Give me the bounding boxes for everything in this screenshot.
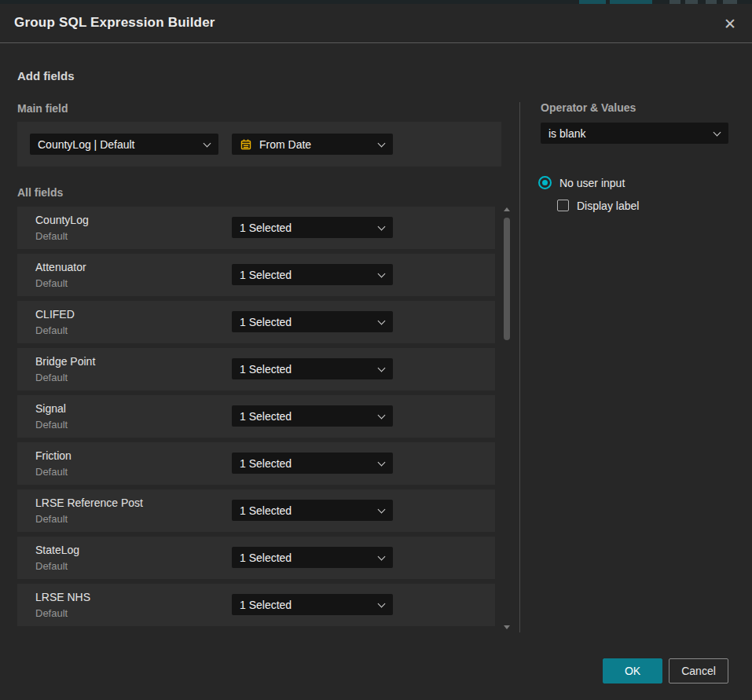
field-selected-dropdown[interactable]: 1 Selected <box>232 405 393 427</box>
chevron-down-icon <box>378 599 386 607</box>
field-selected-dropdown[interactable]: 1 Selected <box>232 358 393 379</box>
screen: Group SQL Expression Builder ✕ Add field… <box>0 0 752 700</box>
field-name: Bridge Point <box>35 355 95 368</box>
field-selected-dropdown[interactable]: 1 Selected <box>232 500 393 521</box>
close-icon[interactable]: ✕ <box>719 13 741 35</box>
field-row-statelog[interactable]: StateLog Default 1 Selected <box>17 537 495 579</box>
field-name: Attenuator <box>35 261 86 273</box>
group-sql-expression-builder-dialog: Group SQL Expression Builder ✕ Add field… <box>0 4 752 700</box>
dialog-titlebar: Group SQL Expression Builder ✕ <box>0 4 752 43</box>
field-row-attenuator[interactable]: Attenuator Default 1 Selected <box>17 254 495 296</box>
field-selected-dropdown[interactable]: 1 Selected <box>232 311 393 332</box>
main-field-source-value: CountyLog | Default <box>38 138 135 151</box>
chevron-down-icon <box>378 458 386 466</box>
chevron-down-icon <box>378 139 386 147</box>
chevron-down-icon <box>204 139 211 147</box>
field-selected-dropdown[interactable]: 1 Selected <box>232 453 393 474</box>
cancel-button[interactable]: Cancel <box>669 658 728 684</box>
add-fields-heading: Add fields <box>17 69 75 82</box>
selected-count: 1 Selected <box>240 222 292 234</box>
field-row-lrse-reference-post[interactable]: LRSE Reference Post Default 1 Selected <box>17 489 495 532</box>
field-row-friction[interactable]: Friction Default 1 Selected <box>17 442 495 485</box>
field-row-countylog[interactable]: CountyLog Default 1 Selected <box>17 207 495 249</box>
field-row-clifed[interactable]: CLIFED Default 1 Selected <box>17 301 495 343</box>
scrollbar-down-arrow-icon[interactable] <box>504 625 510 629</box>
chevron-down-icon <box>378 364 386 372</box>
panel-divider <box>519 102 520 632</box>
all-fields-label: All fields <box>17 186 63 199</box>
selected-count: 1 Selected <box>240 269 292 281</box>
radio-selected-dot <box>542 180 548 185</box>
field-sub: Default <box>35 230 68 242</box>
field-name: LRSE NHS <box>35 591 90 603</box>
field-sub: Default <box>35 277 68 289</box>
field-selected-dropdown[interactable]: 1 Selected <box>232 547 393 568</box>
field-row-lrse-nhs[interactable]: LRSE NHS Default 1 Selected <box>17 584 495 626</box>
display-label-checkbox[interactable] <box>557 200 569 211</box>
field-name: Signal <box>35 402 66 415</box>
operator-values-heading: Operator & Values <box>541 101 636 114</box>
main-field-source-select[interactable]: CountyLog | Default <box>30 134 218 155</box>
scrollbar-up-arrow-icon[interactable] <box>504 207 510 211</box>
field-sub: Default <box>35 513 68 525</box>
field-sub: Default <box>35 466 68 478</box>
main-field-panel: CountyLog | Default From Date <box>17 122 501 167</box>
field-sub: Default <box>35 324 68 336</box>
chevron-down-icon <box>378 222 386 230</box>
chevron-down-icon <box>378 317 386 324</box>
selected-count: 1 Selected <box>240 457 292 470</box>
field-sub: Default <box>35 607 68 619</box>
selected-count: 1 Selected <box>240 410 292 423</box>
field-row-signal[interactable]: Signal Default 1 Selected <box>17 395 495 438</box>
selected-count: 1 Selected <box>240 363 292 376</box>
selected-count: 1 Selected <box>240 599 292 611</box>
main-field-field-select[interactable]: From Date <box>232 134 393 155</box>
chevron-down-icon <box>378 505 386 513</box>
chevron-down-icon <box>713 128 721 136</box>
field-row-bridge-point[interactable]: Bridge Point Default 1 Selected <box>17 348 495 390</box>
field-name: StateLog <box>35 544 79 556</box>
field-sub: Default <box>35 372 68 383</box>
chevron-down-icon <box>378 269 386 277</box>
no-user-input-radio[interactable] <box>538 176 552 189</box>
scrollbar-thumb[interactable] <box>504 218 510 340</box>
no-user-input-label: No user input <box>559 177 625 189</box>
field-selected-dropdown[interactable]: 1 Selected <box>232 594 393 615</box>
calendar-icon <box>240 138 252 151</box>
selected-count: 1 Selected <box>240 316 292 328</box>
operator-select[interactable]: is blank <box>541 123 728 144</box>
chevron-down-icon <box>378 552 386 560</box>
field-selected-dropdown[interactable]: 1 Selected <box>232 217 393 238</box>
field-name: CLIFED <box>35 308 75 321</box>
dialog-title: Group SQL Expression Builder <box>14 15 215 31</box>
field-name: Friction <box>35 449 72 462</box>
main-field-field-value: From Date <box>259 138 311 151</box>
field-name: LRSE Reference Post <box>35 497 143 509</box>
selected-count: 1 Selected <box>240 552 292 564</box>
display-label-text: Display label <box>577 200 639 212</box>
selected-count: 1 Selected <box>240 504 292 517</box>
chevron-down-icon <box>378 411 386 419</box>
field-sub: Default <box>35 560 68 572</box>
ok-button[interactable]: OK <box>603 658 662 684</box>
field-selected-dropdown[interactable]: 1 Selected <box>232 264 393 285</box>
field-sub: Default <box>35 419 68 431</box>
operator-value: is blank <box>548 127 585 140</box>
field-name: CountyLog <box>35 214 89 226</box>
main-field-label: Main field <box>17 102 68 115</box>
